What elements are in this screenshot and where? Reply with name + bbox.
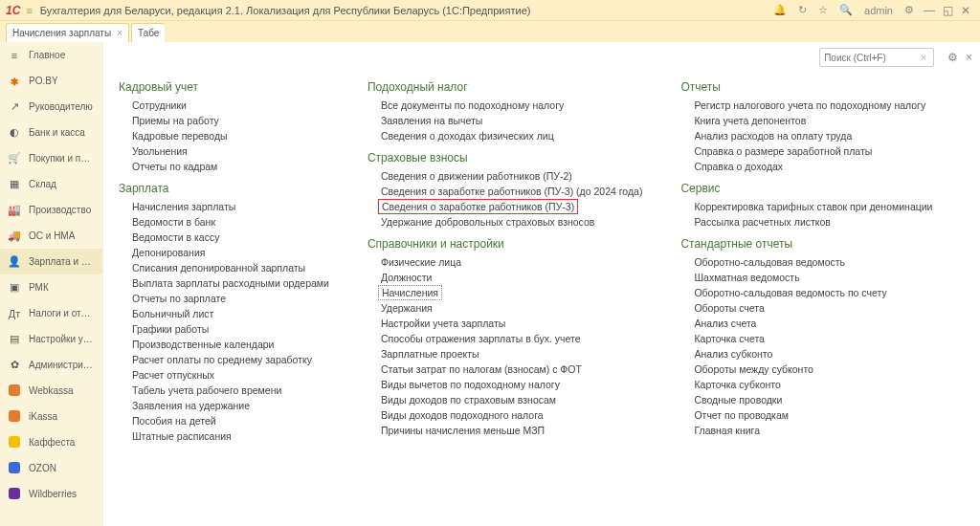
nav-link[interactable]: Списания депонированной зарплаты xyxy=(132,260,329,275)
nav-link[interactable]: Оборотно-сальдовая ведомость по счету xyxy=(694,285,932,300)
sidebar-item[interactable]: Каффеста xyxy=(0,429,102,455)
nav-link[interactable]: Начисления xyxy=(378,285,442,300)
nav-link[interactable]: Увольнения xyxy=(132,143,329,159)
nav-link[interactable]: Карточка субконто xyxy=(694,377,932,392)
nav-link[interactable]: Выплата зарплаты расходными ордерами xyxy=(132,275,329,291)
nav-link[interactable]: Виды вычетов по подоходному налогу xyxy=(381,377,643,392)
nav-link[interactable]: Рассылка расчетных листков xyxy=(694,214,932,230)
section-heading[interactable]: Подоходный налог xyxy=(368,80,643,94)
sidebar-item[interactable]: ✿Администрирование xyxy=(0,352,102,378)
sidebar-item[interactable]: ▦Склад xyxy=(0,171,102,197)
nav-link[interactable]: Пособия на детей xyxy=(132,413,329,428)
section-heading[interactable]: Справочники и настройки xyxy=(368,237,643,251)
sidebar-item[interactable]: OZON xyxy=(0,455,102,481)
nav-link[interactable]: Обороты между субконто xyxy=(694,362,932,377)
nav-link[interactable]: Оборотно-сальдовая ведомость xyxy=(694,254,932,270)
nav-link[interactable]: Зарплатные проекты xyxy=(381,346,643,362)
window-close[interactable]: ✕ xyxy=(961,4,970,17)
sidebar-item[interactable]: 🛒Покупки и продажи xyxy=(0,145,102,171)
sidebar-item[interactable]: ◐Банк и касса xyxy=(0,120,102,145)
nav-link[interactable]: Сведения о движении работников (ПУ-2) xyxy=(381,168,643,184)
nav-link[interactable]: Карточка счета xyxy=(694,331,932,346)
nav-link[interactable]: Главная книга xyxy=(694,423,932,438)
sidebar-item[interactable]: 🚚ОС и НМА xyxy=(0,223,102,249)
nav-link[interactable]: Расчет отпускных xyxy=(132,367,329,383)
nav-link[interactable]: Сведения о доходах физических лиц xyxy=(381,128,643,143)
clear-search-icon[interactable]: × xyxy=(921,53,926,63)
nav-link[interactable]: Сведения о заработке работников (ПУ-3) (… xyxy=(381,184,643,199)
nav-link[interactable]: Анализ счета xyxy=(694,316,932,331)
nav-link[interactable]: Анализ расходов на оплату труда xyxy=(694,128,932,143)
sidebar-item[interactable]: Webkassa xyxy=(0,378,102,404)
sidebar-item[interactable]: ▤Настройки учета xyxy=(0,326,102,352)
search-icon[interactable]: 🔍 xyxy=(839,4,853,16)
section-heading[interactable]: Стандартные отчеты xyxy=(680,237,932,251)
tab[interactable]: Табе xyxy=(131,23,165,42)
tab[interactable]: Начисления зарплаты × xyxy=(6,23,129,42)
nav-link[interactable]: Сводные проводки xyxy=(694,392,932,407)
sidebar-item[interactable]: ↗Руководителю xyxy=(0,94,102,120)
window-restore[interactable]: ◱ xyxy=(943,4,953,17)
nav-link[interactable]: Физические лица xyxy=(381,254,643,270)
nav-link[interactable]: Обороты счета xyxy=(694,300,932,316)
sidebar-item[interactable]: iKassa xyxy=(0,404,102,429)
nav-link[interactable]: Ведомости в банк xyxy=(132,214,329,230)
section-heading[interactable]: Кадровый учет xyxy=(119,80,329,94)
nav-link[interactable]: Причины начисления меньше МЗП xyxy=(381,423,643,438)
nav-link[interactable]: Должности xyxy=(381,270,643,285)
nav-link[interactable]: Справка о размере заработной платы xyxy=(694,143,932,159)
sidebar-item[interactable]: Wildberries xyxy=(0,481,102,507)
section-heading[interactable]: Отчеты xyxy=(680,80,932,94)
bell-icon[interactable]: 🔔 xyxy=(773,4,787,16)
close-panel-icon[interactable]: × xyxy=(966,51,972,64)
user-label[interactable]: admin xyxy=(864,5,893,16)
nav-link[interactable]: Производственные календари xyxy=(132,337,329,352)
hamburger-icon[interactable]: ≡ xyxy=(26,5,32,16)
section-heading[interactable]: Страховые взносы xyxy=(368,151,643,164)
nav-link[interactable]: Кадровые переводы xyxy=(132,128,329,143)
close-icon[interactable]: × xyxy=(117,28,122,38)
nav-link[interactable]: Регистр налогового учета по подоходному … xyxy=(694,98,932,113)
nav-link[interactable]: Сотрудники xyxy=(132,98,329,113)
section-heading[interactable]: Сервис xyxy=(680,182,932,195)
nav-link[interactable]: Табель учета рабочего времени xyxy=(132,383,329,398)
sidebar-item[interactable]: ДтНалоги и отчетность xyxy=(0,300,102,326)
nav-link[interactable]: Депонирования xyxy=(132,245,329,260)
nav-link[interactable]: Штатные расписания xyxy=(132,428,329,444)
nav-link[interactable]: Шахматная ведомость xyxy=(694,270,932,285)
settings-icon[interactable]: ⚙ xyxy=(904,4,914,16)
nav-link[interactable]: Отчеты по кадрам xyxy=(132,159,329,174)
nav-link[interactable]: Графики работы xyxy=(132,321,329,337)
nav-link[interactable]: Начисления зарплаты xyxy=(132,199,329,214)
nav-link[interactable]: Больничный лист xyxy=(132,306,329,321)
search-input[interactable] xyxy=(819,48,934,67)
nav-link[interactable]: Заявления на вычеты xyxy=(381,113,643,128)
nav-link[interactable]: Заявления на удержание xyxy=(132,398,329,413)
window-minimize[interactable]: — xyxy=(924,4,935,17)
nav-link[interactable]: Корректировка тарифных ставок при деноми… xyxy=(694,199,932,214)
nav-link[interactable]: Расчет оплаты по среднему заработку xyxy=(132,352,329,367)
nav-link[interactable]: Приемы на работу xyxy=(132,113,329,128)
nav-link[interactable]: Анализ субконто xyxy=(694,346,932,362)
sidebar-item[interactable]: 👤Зарплата и кадры xyxy=(0,249,102,274)
nav-link[interactable]: Виды доходов подоходного налога xyxy=(381,407,643,423)
nav-link[interactable]: Сведения о заработке работников (ПУ-3) xyxy=(378,199,578,214)
nav-link[interactable]: Все документы по подоходному налогу xyxy=(381,98,643,113)
sidebar-item[interactable]: 🏭Производство xyxy=(0,197,102,223)
gear-icon[interactable]: ⚙ xyxy=(947,51,958,64)
sidebar-item[interactable]: ▣РМК xyxy=(0,274,102,300)
section-heading[interactable]: Зарплата xyxy=(119,182,329,195)
sidebar-item[interactable]: ✱PO.BY xyxy=(0,68,102,94)
nav-link[interactable]: Справка о доходах xyxy=(694,159,932,174)
nav-link[interactable]: Ведомости в кассу xyxy=(132,230,329,245)
nav-link[interactable]: Отчеты по зарплате xyxy=(132,291,329,306)
nav-link[interactable]: Книга учета депонентов xyxy=(694,113,932,128)
sidebar-item[interactable]: ≡Главное xyxy=(0,42,102,68)
nav-link[interactable]: Удержания xyxy=(381,300,643,316)
nav-link[interactable]: Отчет по проводкам xyxy=(694,407,932,423)
nav-link[interactable]: Статьи затрат по налогам (взносам) с ФОТ xyxy=(381,362,643,377)
nav-link[interactable]: Настройки учета зарплаты xyxy=(381,316,643,331)
history-icon[interactable]: ↻ xyxy=(798,4,807,16)
star-icon[interactable]: ☆ xyxy=(818,4,828,16)
nav-link[interactable]: Способы отражения зарплаты в бух. учете xyxy=(381,331,643,346)
